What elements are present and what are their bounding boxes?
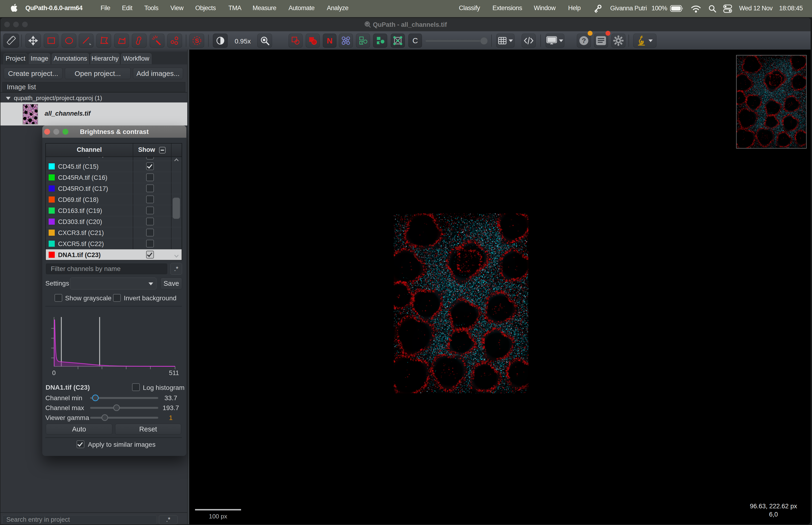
svg-text:511: 511 xyxy=(169,370,179,376)
svg-text:?: ? xyxy=(582,37,586,44)
svg-text:0: 0 xyxy=(52,370,56,376)
svg-text:S: S xyxy=(195,37,199,44)
